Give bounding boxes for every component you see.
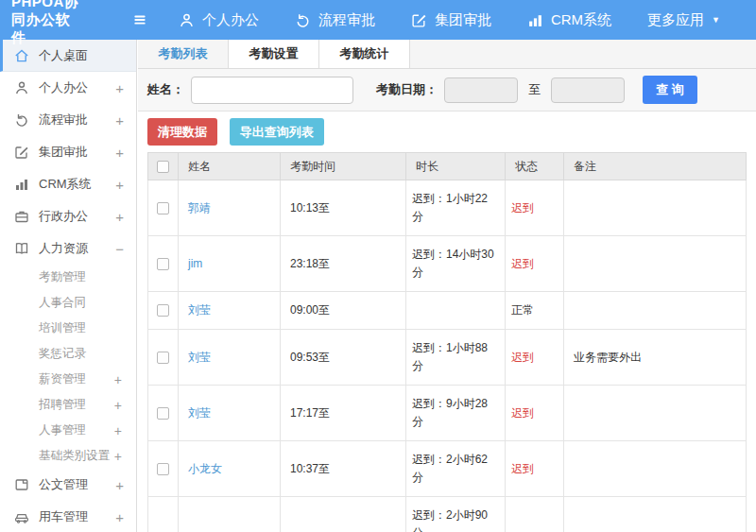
- sidebar-item-human-resources[interactable]: 人力资源 −: [0, 232, 136, 265]
- employee-name-link[interactable]: jim: [188, 257, 202, 270]
- column-header-duration: 时长: [406, 153, 506, 180]
- tab-attendance-list[interactable]: 考勤列表: [138, 40, 229, 68]
- clean-data-button[interactable]: 清理数据: [147, 118, 217, 146]
- attendance-time-cell: 10:37至: [281, 441, 406, 497]
- expand-toggle-icon[interactable]: +: [114, 372, 122, 387]
- sidebar-item-admin-office[interactable]: 行政办公 +: [0, 200, 136, 232]
- table-row: 小龙女 10:37至 迟到：2小时62分 迟到: [148, 441, 747, 497]
- duration-cell: [406, 292, 506, 330]
- expand-toggle-icon[interactable]: +: [115, 112, 124, 129]
- expand-toggle-icon[interactable]: +: [115, 177, 124, 193]
- book-icon: [14, 241, 30, 257]
- duration-cell: 迟到：14小时30分: [406, 236, 506, 292]
- nav-item-group-approval[interactable]: 集团审批: [411, 11, 491, 29]
- nav-label: CRM系统: [551, 11, 611, 29]
- chart-icon: [527, 12, 543, 28]
- employee-name-link[interactable]: 刘莹: [188, 406, 211, 420]
- status-cell: 迟到/早退: [506, 497, 564, 532]
- employee-name-link[interactable]: 刘莹: [188, 303, 211, 317]
- export-list-button[interactable]: 导出查询列表: [230, 118, 324, 146]
- sidebar-item-label: 公文管理: [39, 476, 115, 493]
- expand-toggle-icon[interactable]: +: [115, 509, 124, 525]
- briefcase-icon: [14, 209, 30, 225]
- sidebar-subitem-label: 基础类别设置: [39, 448, 114, 464]
- sidebar-subitem-salary-management[interactable]: 薪资管理 +: [0, 367, 136, 392]
- remark-cell: 1111: [564, 497, 747, 532]
- document-icon: [14, 477, 30, 493]
- row-checkbox[interactable]: [157, 304, 169, 317]
- expand-toggle-icon[interactable]: +: [115, 80, 124, 96]
- sidebar-subitem-attendance-management[interactable]: 考勤管理: [0, 265, 136, 290]
- date-from-input[interactable]: [444, 77, 518, 103]
- row-checkbox[interactable]: [157, 352, 169, 364]
- employee-name-link[interactable]: 刘莹: [188, 351, 211, 364]
- sidebar-subitem-personnel-management[interactable]: 人事管理 +: [0, 418, 136, 443]
- sidebar-subitem-label: 人事合同: [39, 295, 122, 311]
- sidebar-item-document-management[interactable]: 公文管理 +: [0, 469, 136, 501]
- status-cell: 迟到: [506, 180, 564, 236]
- nav-item-crm-system[interactable]: CRM系统: [527, 11, 611, 29]
- table-toolbar: 清理数据 导出查询列表: [138, 112, 756, 152]
- remark-cell: [564, 386, 747, 441]
- home-icon: [14, 47, 30, 63]
- sidebar-item-label: 个人桌面: [39, 47, 124, 64]
- tab-attendance-settings[interactable]: 考勤设置: [229, 40, 319, 68]
- employee-name-link[interactable]: 郭靖: [188, 201, 211, 215]
- column-header-status: 状态: [506, 153, 564, 180]
- duration-cell: 迟到：9小时28分: [406, 386, 506, 441]
- filter-bar: 姓名： 考勤日期： 至 查 询: [138, 69, 756, 112]
- table-row: 管理员 10:54至10:54 迟到：2小时90分早退：7小时10分 迟到/早退…: [148, 497, 747, 532]
- name-filter-input[interactable]: [191, 77, 353, 104]
- remark-cell: [564, 180, 747, 236]
- tab-strip: 考勤列表考勤设置考勤统计: [138, 40, 756, 69]
- sidebar-item-label: 人力资源: [39, 240, 115, 257]
- expand-toggle-icon[interactable]: −: [115, 241, 124, 257]
- sidebar-subitem-base-category-settings[interactable]: 基础类别设置 +: [0, 443, 136, 469]
- table-row: 郭靖 10:13至 迟到：1小时22分 迟到: [148, 180, 747, 236]
- nav-label: 更多应用: [647, 11, 704, 29]
- row-checkbox[interactable]: [157, 407, 169, 420]
- employee-name-link[interactable]: 小龙女: [188, 462, 222, 475]
- sidebar-item-label: 个人办公: [39, 79, 115, 96]
- nav-item-workflow-approval[interactable]: 流程审批: [295, 11, 375, 29]
- date-filter-label: 考勤日期：: [376, 81, 438, 98]
- search-button[interactable]: 查 询: [643, 76, 697, 104]
- select-all-checkbox[interactable]: [157, 161, 169, 173]
- status-cell: 迟到: [506, 330, 564, 386]
- sidebar-item-workflow-approval[interactable]: 流程审批 +: [0, 104, 136, 136]
- remark-cell: [564, 292, 747, 330]
- table-row: jim 23:18至 迟到：14小时30分 迟到: [148, 236, 747, 292]
- expand-toggle-icon[interactable]: +: [114, 398, 122, 413]
- person-icon: [179, 12, 195, 28]
- sidebar-subitem-label: 考勤管理: [39, 269, 122, 285]
- tab-attendance-statistics[interactable]: 考勤统计: [319, 40, 410, 68]
- row-checkbox[interactable]: [157, 258, 169, 270]
- attendance-time-cell: 09:53至: [281, 330, 406, 386]
- expand-toggle-icon[interactable]: +: [115, 145, 124, 161]
- attendance-time-cell: 09:00至: [281, 292, 406, 330]
- nav-item-personal-office[interactable]: 个人办公: [179, 11, 259, 29]
- table-header-row: 姓名 考勤时间 时长 状态 备注: [148, 153, 747, 180]
- expand-toggle-icon[interactable]: +: [115, 209, 124, 225]
- top-header: PHPOA协同办公软件 个人办公 流程审批 集团审批 CRM系统 更多应用 ▼: [0, 0, 756, 40]
- sidebar-item-crm-system[interactable]: CRM系统 +: [0, 168, 136, 200]
- expand-toggle-icon[interactable]: +: [114, 449, 122, 464]
- expand-toggle-icon[interactable]: +: [115, 477, 124, 493]
- nav-item-more-apps[interactable]: 更多应用 ▼: [647, 11, 720, 29]
- workflow-icon: [295, 12, 311, 28]
- row-checkbox[interactable]: [157, 202, 169, 215]
- sidebar-subitem-reward-punishment[interactable]: 奖惩记录: [0, 341, 136, 367]
- sidebar-item-personal-office[interactable]: 个人办公 +: [0, 72, 136, 104]
- sidebar-subitem-training-management[interactable]: 培训管理: [0, 316, 136, 341]
- row-checkbox[interactable]: [157, 463, 169, 475]
- sidebar-subitem-hr-contract[interactable]: 人事合同: [0, 290, 136, 316]
- sidebar-item-group-approval[interactable]: 集团审批 +: [0, 136, 136, 168]
- sidebar-subitem-recruitment-management[interactable]: 招聘管理 +: [0, 392, 136, 418]
- edit-icon: [14, 145, 30, 161]
- expand-toggle-icon[interactable]: +: [114, 423, 122, 438]
- date-to-input[interactable]: [551, 77, 625, 103]
- menu-toggle-icon[interactable]: [131, 11, 148, 28]
- sidebar-subitem-label: 培训管理: [39, 320, 122, 336]
- person-icon: [14, 80, 30, 96]
- sidebar-item-vehicle-management[interactable]: 用车管理 +: [0, 501, 136, 532]
